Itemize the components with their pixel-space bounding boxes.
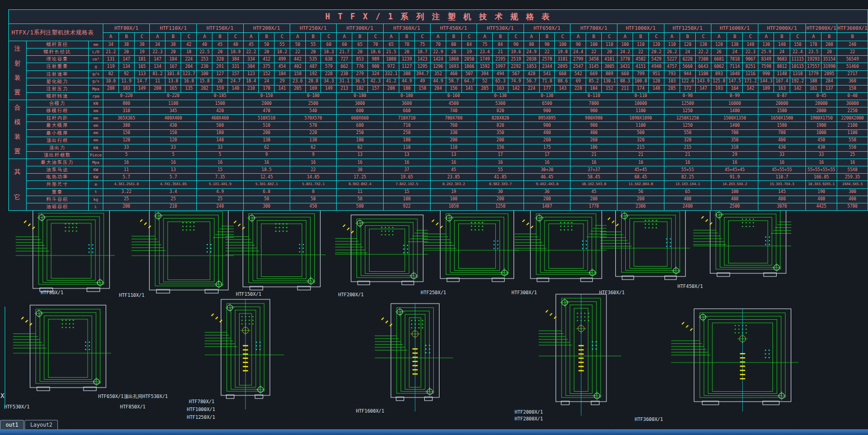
spec-cell: 428: [524, 70, 539, 78]
spec-cell: 0-220: [150, 92, 197, 100]
spec-cell: 34.3: [321, 78, 337, 85]
spec-cell: 75: [477, 41, 493, 49]
row-unit: kg: [88, 196, 103, 203]
spec-cell: 324: [367, 70, 383, 78]
spec-cell: 45+45+45: [711, 166, 758, 174]
spec-cell: 56: [617, 188, 664, 196]
spec-cell: 70: [430, 41, 446, 49]
subcolumn-header: C: [367, 33, 383, 41]
spec-cell: 4425: [805, 203, 837, 210]
spec-cell: 776: [352, 63, 368, 70]
spec-cell: 120: [649, 78, 664, 85]
spec-cell: 50: [290, 196, 336, 203]
row-unit: L: [88, 203, 103, 210]
spec-cell: 1592: [477, 63, 493, 70]
spec-cell: 24.7: [228, 78, 243, 85]
drawing-caption: HTF2000X/1: [515, 410, 543, 415]
subcolumn-header: A: [477, 33, 493, 41]
spec-cell: 1090X1090: [617, 115, 664, 122]
spec-cell: 25: [150, 196, 197, 203]
spec-cell: 100: [586, 41, 602, 49]
spec-cell: 1749: [477, 56, 493, 63]
spec-cell: 22.4: [790, 49, 805, 56]
spec-cell: 174: [633, 85, 648, 92]
row-label: 油箱容积: [26, 203, 88, 210]
spec-cell: 7598: [758, 63, 774, 70]
table-title: H T F X / 1 系 列 注 塑 机 技 术 规 格 表: [9, 10, 868, 24]
spec-cell: 36000: [837, 100, 868, 107]
spec-cell: 1000: [805, 129, 837, 137]
spec-cell: 2000: [805, 107, 837, 115]
spec-cell: 91.9: [711, 174, 758, 181]
spec-cell: 600: [337, 107, 383, 115]
spec-cell: 37: [383, 166, 430, 174]
drawing-caption: HTF150X/1: [236, 292, 261, 297]
drawing-caption: HTF80X/1: [41, 291, 63, 295]
spec-cell: 8251: [743, 63, 758, 70]
spec-cell: 1900X1750: [805, 115, 837, 122]
spec-cell: 85.2: [586, 78, 602, 85]
spec-cell: 215: [664, 144, 711, 151]
spec-cell: 100: [430, 196, 477, 203]
subcolumn-header: C: [274, 33, 290, 41]
spec-cell: 5: [103, 151, 149, 159]
spec-cell: 230: [197, 63, 212, 70]
spec-cell: 142: [790, 85, 805, 92]
spec-cell: 18.6: [367, 49, 383, 56]
machine-header: HTF360X/1: [383, 24, 430, 33]
row-unit: Mpa: [88, 85, 103, 92]
tab-layout2[interactable]: Layout2: [25, 420, 58, 429]
drawing-caption: HTF1600X/1: [356, 409, 384, 414]
spec-cell: 550: [837, 137, 868, 144]
spec-cell: 710X710: [383, 115, 430, 122]
spec-cell: 68.45: [617, 174, 664, 181]
drawing-caption: HTF650X/1顶出孔同HTF530X/1: [98, 394, 168, 399]
spec-cell: 8812: [774, 63, 790, 70]
spec-cell: 175: [524, 144, 570, 151]
spec-cell: 202: [197, 85, 212, 92]
spec-cell: 951: [649, 70, 664, 78]
spec-cell: 22: [633, 49, 648, 56]
spec-cell: 208: [103, 85, 118, 92]
spec-cell: 38: [134, 41, 150, 49]
spec-cell: 60: [337, 41, 352, 49]
spec-cell: 0-110: [617, 92, 664, 100]
spec-cell: 809: [601, 70, 617, 78]
spec-cell: 6500: [524, 100, 570, 107]
spec-cell: 22: [539, 49, 555, 56]
spec-cell: 1423: [414, 56, 430, 63]
spec-cell: 740: [430, 107, 477, 115]
spec-cell: 660X660: [337, 115, 383, 122]
spec-cell: 165: [165, 85, 181, 92]
spec-cell: 21: [617, 151, 664, 159]
row-unit: Mpa: [88, 159, 103, 166]
spec-cell: 1216: [743, 70, 758, 78]
cad-canvas[interactable]: H T F X / 1 系 列 注 塑 机 技 术 规 格 表HTFX/1系列注…: [0, 0, 868, 435]
subcolumn-header: B: [633, 33, 648, 41]
spec-cell: 147: [150, 56, 165, 63]
spec-cell: 122.6: [680, 78, 695, 85]
spec-cell: 2500: [711, 203, 758, 210]
spec-cell: 70: [367, 41, 383, 49]
spec-cell: 23.5: [805, 49, 821, 56]
spec-cell: 140: [228, 85, 243, 92]
spec-cell: 7.35: [197, 174, 243, 181]
spec-cell: 144.3: [758, 78, 774, 85]
spec-cell: 41.2: [383, 78, 399, 85]
spec-cell: 19.65: [383, 174, 430, 181]
spec-cell: 1693: [446, 63, 461, 70]
spec-cell: 29: [274, 78, 290, 85]
spec-cell: 2050: [461, 56, 477, 63]
spec-cell: 668: [555, 70, 570, 78]
spec-cell: 156: [477, 144, 524, 151]
spec-cell: 1853: [524, 63, 539, 70]
spec-cell: 170: [259, 85, 275, 92]
spec-cell: 55: [477, 166, 524, 174]
tab-layout1[interactable]: out1: [0, 420, 24, 429]
spec-cell: 19: [461, 49, 477, 56]
spec-cell: 90: [570, 41, 586, 49]
status-bar: [0, 429, 868, 435]
spec-cell: 143: [555, 85, 570, 92]
row-unit: rpm: [88, 92, 103, 100]
spec-cell: 259.35: [837, 174, 868, 181]
